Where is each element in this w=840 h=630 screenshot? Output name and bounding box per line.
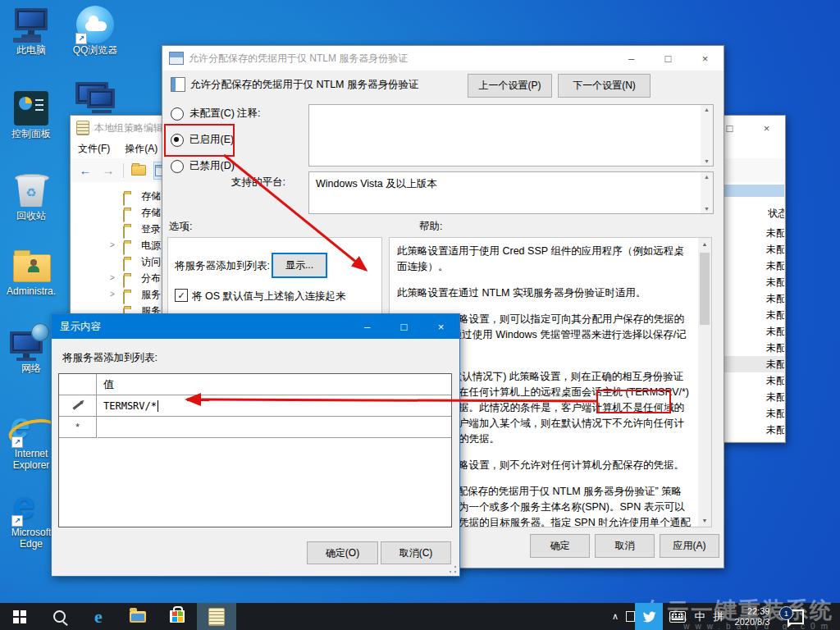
ime-chinese-label: 中 — [695, 609, 705, 624]
clock[interactable]: 22:39 2020/8/3 — [728, 603, 776, 630]
tray-app-icon — [626, 611, 635, 622]
taskbar-store[interactable] — [158, 603, 197, 630]
radio-label: 已启用(E) — [189, 133, 234, 147]
taskbar-gpedit-active[interactable] — [197, 603, 236, 630]
radio-dot — [171, 107, 184, 121]
windows-logo-icon — [13, 610, 26, 623]
ime-pinyin-button[interactable]: 拼 — [709, 603, 728, 630]
desktop-icon-recycle-bin[interactable]: ♻ 回收站 — [3, 171, 59, 221]
desktop-icon-this-pc[interactable]: 此电脑 — [3, 5, 59, 56]
desktop-icon-label: Administra. — [3, 285, 59, 297]
ok-button[interactable]: 确定(O) — [307, 541, 378, 564]
value-cell[interactable]: TERMSRV/* — [97, 395, 451, 416]
value-column-header[interactable]: 值 — [97, 374, 451, 395]
os-default-checkbox[interactable]: ✓ — [175, 289, 188, 302]
desktop-icon-label: 控制面板 — [3, 128, 59, 139]
computers-icon — [69, 80, 125, 120]
radio-enabled[interactable]: 已启用(E) — [171, 133, 234, 147]
scroll-down-icon[interactable]: ▼ — [704, 206, 710, 212]
forward-icon[interactable]: → — [100, 162, 116, 179]
scroll-up-icon[interactable]: ▲ — [698, 238, 711, 250]
expand-arrow-icon[interactable]: > — [110, 286, 120, 303]
expand-arrow-icon[interactable]: > — [110, 270, 120, 286]
help-scrollbar[interactable]: ▲ ▼ — [698, 238, 711, 527]
policy-dialog-title: 允许分配保存的凭据用于仅 NTLM 服务器身份验证 — [189, 52, 408, 66]
scroll-down-icon[interactable]: ▼ — [698, 514, 711, 527]
back-icon[interactable]: ← — [77, 162, 94, 179]
apply-button[interactable]: 应用(A) — [660, 534, 719, 558]
scroll-down-icon[interactable]: ▼ — [704, 158, 710, 164]
taskbar-file-explorer[interactable] — [118, 603, 158, 630]
minimize-icon[interactable]: – — [613, 46, 650, 71]
help-paragraph: 此策略设置在通过 NTLM 实现服务器身份验证时适用。 — [397, 285, 691, 301]
shortcut-arrow-icon: ↗ — [75, 33, 87, 44]
tray-twitter[interactable] — [635, 603, 663, 630]
up-folder-icon[interactable] — [130, 162, 147, 179]
user-folder-icon — [3, 246, 59, 285]
tree-item-label: 电源 — [141, 237, 161, 253]
scroll-up-icon[interactable]: ▲ — [704, 174, 710, 180]
expand-arrow-icon[interactable]: > — [110, 237, 120, 253]
tree-item-label: 存储 — [141, 204, 161, 221]
menu-action[interactable]: 操作(A) — [117, 142, 165, 156]
ime-mode-button[interactable]: 中 — [691, 603, 709, 630]
checkbox-check-icon: ✓ — [175, 289, 188, 302]
desktop-icon-label: 此电脑 — [3, 44, 59, 56]
menu-file[interactable]: 文件(F) — [71, 142, 117, 156]
comment-scrollbar[interactable]: ▲ ▼ — [701, 105, 713, 166]
supported-on-label: 支持的平台: — [231, 176, 285, 189]
action-center-button[interactable]: 1 — [778, 603, 814, 630]
new-row-indicator: * — [59, 417, 97, 437]
next-setting-button[interactable]: 下一个设置(N) — [558, 74, 651, 98]
scrollbar-thumb[interactable] — [700, 253, 710, 325]
file-explorer-icon — [130, 611, 146, 623]
close-icon[interactable]: × — [687, 46, 724, 71]
toolbar-separator — [123, 163, 124, 178]
policy-setting-title: 允许分配保存的凭据用于仅 NTLM 服务器身份验证 — [190, 78, 418, 92]
show-button[interactable]: 显示... — [272, 253, 327, 278]
resize-grip[interactable] — [448, 564, 458, 574]
tree-item-label: 登录 — [141, 221, 161, 237]
show-hidden-icons-button[interactable]: ∧ — [605, 603, 625, 630]
maximize-icon[interactable]: □ — [650, 46, 687, 71]
policy-header-row: 允许分配保存的凭据用于仅 NTLM 服务器身份验证 上一个设置(P) 下一个设置… — [162, 71, 724, 100]
close-icon[interactable]: × — [422, 314, 459, 339]
keyboard-icon — [669, 611, 686, 623]
supported-on-textarea[interactable]: Windows Vista 及以上版本 ▲ ▼ — [308, 171, 714, 214]
desktop-icon-control-panel[interactable]: 控制面板 — [3, 89, 59, 139]
empty-value-cell[interactable] — [97, 417, 451, 437]
radio-not-configured[interactable]: 未配置(C) — [171, 107, 235, 121]
search-button[interactable] — [39, 603, 79, 630]
radio-disabled[interactable]: 已禁用(D) — [171, 159, 235, 173]
policy-dialog-titlebar[interactable]: 允许分配保存的凭据用于仅 NTLM 服务器身份验证 – □ × — [162, 46, 724, 71]
maximize-icon[interactable]: □ — [386, 314, 422, 339]
scroll-up-icon[interactable]: ▲ — [704, 107, 710, 112]
desktop-icon-administrator[interactable]: Administra. — [3, 246, 59, 297]
previous-setting-button[interactable]: 上一个设置(P) — [468, 74, 552, 98]
grid-line — [59, 437, 451, 438]
desktop-icon-label: 回收站 — [3, 210, 59, 221]
policy-dialog-icon — [169, 52, 184, 65]
show-contents-titlebar[interactable]: 显示内容 – □ × — [52, 314, 459, 339]
clock-time: 22:39 — [735, 606, 770, 617]
supported-scrollbar[interactable]: ▲ ▼ — [701, 172, 713, 213]
start-button[interactable] — [0, 603, 39, 630]
minimize-icon[interactable]: – — [349, 314, 386, 339]
tray-touch-keyboard[interactable] — [666, 603, 689, 630]
radio-dot — [171, 160, 184, 173]
close-icon[interactable]: × — [748, 116, 785, 140]
taskbar-edge[interactable]: e — [79, 603, 118, 630]
status-column-header[interactable]: 状态 — [768, 207, 784, 221]
desktop-icon-computers[interactable] — [69, 80, 125, 120]
gpedit-taskbar-icon — [208, 608, 225, 626]
pencil-icon — [72, 401, 82, 409]
comment-textarea[interactable]: ▲ ▼ — [308, 104, 714, 167]
desktop: 此电脑 ↗ QQ浏览器 控制面板 ♻ 回收站 — [0, 0, 840, 630]
cancel-button[interactable]: 取消(C) — [381, 541, 451, 564]
show-contents-title: 显示内容 — [60, 320, 101, 334]
values-table: 值 TERMSRV/* * — [58, 373, 452, 527]
ime-pinyin-label: 拼 — [714, 609, 724, 624]
cancel-button[interactable]: 取消 — [595, 534, 655, 558]
desktop-icon-qq-browser[interactable]: ↗ QQ浏览器 — [67, 5, 123, 56]
ok-button[interactable]: 确定 — [530, 534, 590, 558]
